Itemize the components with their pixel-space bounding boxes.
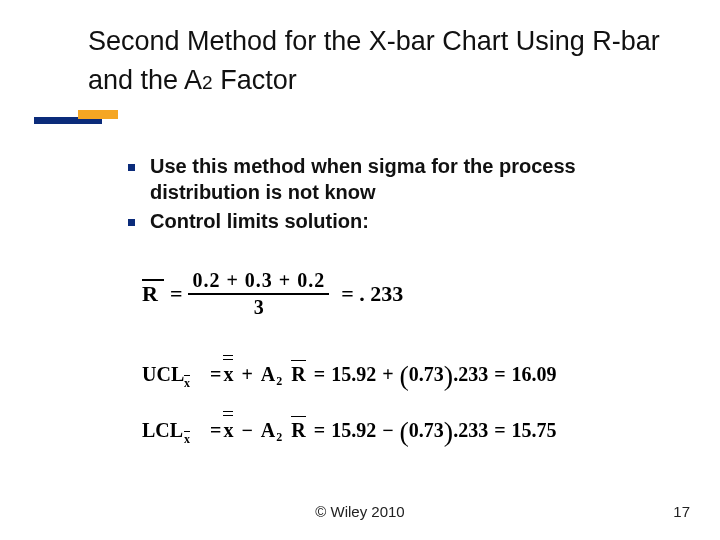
- x-letter: x: [223, 419, 233, 441]
- r-letter: R: [291, 363, 305, 385]
- r-value: .233: [453, 419, 488, 442]
- rbar-symbol: R: [142, 281, 164, 307]
- paren-right: ): [444, 360, 453, 392]
- equals: =: [210, 363, 221, 386]
- lcl-label: LCL x: [142, 419, 210, 442]
- paren-left: (: [400, 416, 409, 448]
- title-tail: Factor: [213, 65, 297, 95]
- a2-value: 0.73: [409, 363, 444, 386]
- bullet-item: Use this method when sigma for the proce…: [126, 154, 666, 205]
- a2-symbol: A2: [261, 419, 281, 442]
- rbar-symbol-inline: R: [291, 419, 305, 442]
- op-plus-2: +: [382, 363, 393, 386]
- equations-block: R = 0.2 + 0.3 + 0.2 3 = . 233 UCL x = x …: [142, 270, 557, 470]
- x-double-bar: x: [223, 363, 233, 386]
- ucl-result: 16.09: [512, 363, 557, 386]
- a-letter: A: [261, 419, 275, 441]
- xbarbar-value: 15.92: [331, 363, 376, 386]
- rbar-result: = . 233: [335, 281, 403, 307]
- fraction-denominator: 3: [188, 295, 329, 318]
- r-value: .233: [453, 363, 488, 386]
- a-letter: A: [261, 363, 275, 385]
- op-plus: +: [241, 363, 252, 386]
- equals: =: [210, 419, 221, 442]
- title-main: Second Method for the X-bar Chart Using …: [88, 26, 660, 95]
- footer-copyright: © Wiley 2010: [0, 503, 720, 520]
- equation-ucl: UCL x = x + A2 R = 15.92 + (0.73).233 = …: [142, 358, 557, 390]
- xbarbar-value: 15.92: [331, 419, 376, 442]
- ucl-text: UCL: [142, 363, 184, 385]
- x-double-bar: x: [223, 419, 233, 442]
- bullet-item: Control limits solution:: [126, 209, 666, 235]
- sub-xbar: x: [184, 432, 190, 447]
- fraction-numerator: 0.2 + 0.3 + 0.2: [188, 270, 329, 295]
- x-letter: x: [223, 363, 233, 385]
- a2-value: 0.73: [409, 419, 444, 442]
- rbar-symbol-inline: R: [291, 363, 305, 386]
- accent-bars: [34, 110, 118, 124]
- rbar-letter: R: [142, 281, 158, 306]
- slide-title: Second Method for the X-bar Chart Using …: [88, 22, 686, 100]
- equation-lcl: LCL x = x − A2 R = 15.92 − (0.73).233 = …: [142, 414, 557, 446]
- equation-rbar: R = 0.2 + 0.3 + 0.2 3 = . 233: [142, 270, 557, 318]
- title-subscript: 2: [202, 72, 213, 93]
- page-number: 17: [673, 503, 690, 520]
- accent-orange: [78, 110, 118, 119]
- lcl-text: LCL: [142, 419, 183, 441]
- ucl-label: UCL x: [142, 363, 210, 386]
- a2-symbol: A2: [261, 363, 281, 386]
- bullet-list: Use this method when sigma for the proce…: [126, 154, 666, 239]
- op-minus: −: [241, 419, 252, 442]
- fraction: 0.2 + 0.3 + 0.2 3: [188, 270, 329, 318]
- sub-xbar: x: [184, 376, 190, 391]
- paren-right: ): [444, 416, 453, 448]
- r-letter: R: [291, 419, 305, 441]
- op-minus-2: −: [382, 419, 393, 442]
- lcl-result: 15.75: [512, 419, 557, 442]
- paren-left: (: [400, 360, 409, 392]
- equals-sign: =: [170, 281, 183, 307]
